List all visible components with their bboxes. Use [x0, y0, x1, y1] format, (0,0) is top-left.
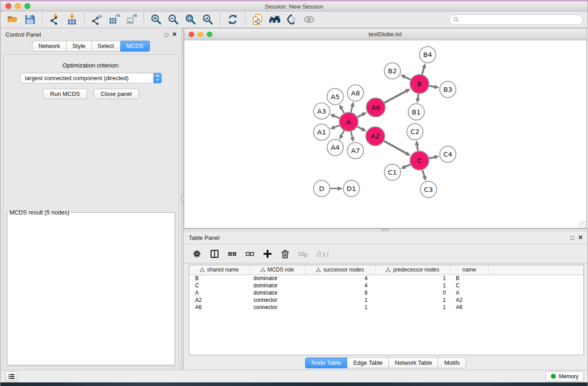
graph-node-A2[interactable]: A2: [366, 127, 385, 146]
tab-network-table[interactable]: Network Table: [389, 357, 438, 368]
tab-select[interactable]: Select: [92, 41, 120, 52]
graph-edge-C-C4[interactable]: [429, 157, 435, 158]
minimize-network-button[interactable]: [198, 32, 203, 37]
graph-node-B1[interactable]: B1: [408, 104, 425, 120]
memory-button[interactable]: Memory: [545, 371, 584, 381]
import-table-from-file-button[interactable]: [63, 13, 81, 27]
float-table-panel-icon[interactable]: □: [571, 235, 574, 241]
show-hide-graphics-details-button[interactable]: [283, 13, 301, 27]
table-row-B[interactable]: Bdominator41B: [189, 275, 583, 282]
graph-edge-A-A4[interactable]: [341, 131, 344, 136]
tab-motifs[interactable]: Motifs: [438, 357, 466, 368]
horizontal-split-divider[interactable]: [184, 229, 588, 231]
column-header-predecessor-nodes[interactable]: predecessor nodes: [375, 265, 450, 275]
zoom-out-button[interactable]: [165, 13, 182, 27]
graph-edge-A-A8[interactable]: [351, 106, 352, 112]
tab-network[interactable]: Network: [32, 41, 67, 52]
graph-node-B4[interactable]: B4: [420, 47, 436, 63]
graph-node-A5[interactable]: A5: [327, 89, 344, 105]
horizontal-divider-handle[interactable]: [382, 229, 388, 231]
graph-edge-B-B2[interactable]: [405, 77, 411, 80]
graph-node-A6[interactable]: A6: [366, 98, 385, 117]
new-network-from-selection-button[interactable]: [249, 13, 266, 27]
graph-node-C2[interactable]: C2: [407, 124, 423, 140]
tab-edge-table[interactable]: Edge Table: [347, 357, 389, 368]
delete-columns-button[interactable]: [280, 249, 290, 259]
export-network-button[interactable]: [88, 13, 105, 27]
graph-node-B3[interactable]: B3: [440, 81, 456, 98]
column-header-shared-name[interactable]: shared name: [189, 265, 249, 275]
run-mcds-button[interactable]: Run MCDS: [43, 89, 87, 99]
network-graph[interactable]: B4B2BB3A8A5A6B1A3AC2A1A2A4A7C4CC1C3DD1: [184, 40, 586, 228]
minimize-window-button[interactable]: [15, 3, 21, 9]
graph-edge-B-B4[interactable]: [422, 68, 424, 75]
close-window-button[interactable]: [5, 3, 11, 9]
column-header-MCDS-role[interactable]: MCDS role: [249, 265, 305, 275]
zoom-selected-region-button[interactable]: [199, 13, 216, 27]
graph-node-A3[interactable]: A3: [314, 103, 330, 119]
graph-node-A8[interactable]: A8: [347, 85, 363, 101]
show-network-overview-button[interactable]: [301, 13, 318, 27]
tab-node-table[interactable]: Node Table: [305, 357, 348, 368]
change-table-mode-button[interactable]: [192, 249, 202, 259]
network-canvas[interactable]: B4B2BB3A8A5A6B1A3AC2A1A2A4A7C4CC1C3DD1: [184, 40, 586, 228]
graph-node-C4[interactable]: C4: [440, 146, 456, 162]
search-box[interactable]: [449, 14, 583, 25]
first-neighbors-of-selected-button[interactable]: [266, 13, 283, 27]
close-table-panel-icon[interactable]: ×: [578, 234, 583, 241]
graph-edge-A6-B[interactable]: [384, 91, 406, 103]
graph-edge-A-A3[interactable]: [334, 116, 339, 118]
apply-preferred-layout-button[interactable]: [224, 13, 241, 27]
window-resize-grip[interactable]: [579, 221, 586, 228]
graph-edge-A-A2[interactable]: [358, 127, 363, 129]
graph-node-A4[interactable]: A4: [327, 139, 344, 156]
tab-mcds[interactable]: MCDS: [120, 41, 150, 52]
close-network-button[interactable]: [189, 32, 194, 37]
graph-node-B2[interactable]: B2: [384, 63, 401, 79]
column-header-successor-nodes[interactable]: successor nodes: [305, 265, 375, 275]
close-panel-button[interactable]: Close panel: [94, 89, 139, 99]
graph-edge-B-B3[interactable]: [429, 86, 435, 87]
graph-node-A1[interactable]: A1: [314, 124, 330, 140]
graph-node-D[interactable]: D: [314, 181, 330, 197]
deselect-all-rows-button[interactable]: [245, 249, 255, 259]
table-row-A2[interactable]: A2connector11A2: [189, 296, 583, 304]
zoom-fit-content-button[interactable]: [182, 13, 199, 27]
graph-node-C[interactable]: C: [410, 151, 429, 170]
graph-edge-A-A1[interactable]: [335, 125, 339, 127]
graph-node-B[interactable]: B: [410, 75, 429, 94]
graph-node-D1[interactable]: D1: [343, 181, 359, 197]
column-header-name[interactable]: name: [450, 265, 488, 275]
show-panels-menu-button[interactable]: [5, 371, 18, 381]
search-input[interactable]: [462, 16, 579, 23]
graph-edge-A-A5[interactable]: [342, 109, 344, 113]
graph-edge-A2-C[interactable]: [384, 141, 406, 153]
zoom-window-button[interactable]: [24, 3, 30, 9]
graph-edge-A-A7[interactable]: [351, 132, 352, 138]
graph-node-C1[interactable]: C1: [384, 164, 401, 181]
import-network-from-file-button[interactable]: [46, 13, 63, 27]
show-column-button[interactable]: [210, 249, 220, 259]
save-session-button[interactable]: [21, 13, 38, 27]
network-window-titlebar[interactable]: testGlobe.txt: [184, 29, 586, 40]
export-table-button[interactable]: [105, 13, 123, 27]
export-image-button[interactable]: [123, 13, 140, 27]
graph-node-C3[interactable]: C3: [421, 181, 437, 198]
create-new-column-button[interactable]: [263, 249, 272, 259]
graph-edge-C-C3[interactable]: [422, 170, 424, 176]
zoom-in-button[interactable]: [148, 13, 165, 27]
graph-edge-A-A6[interactable]: [358, 114, 363, 117]
graph-edge-C-C2[interactable]: [417, 145, 418, 151]
open-session-button[interactable]: [4, 13, 21, 27]
graph-edge-C-C1[interactable]: [405, 165, 410, 167]
graph-node-A[interactable]: A: [339, 112, 358, 131]
table-row-A[interactable]: Adominator80A: [189, 289, 583, 296]
close-panel-icon[interactable]: ×: [172, 31, 177, 38]
table-row-A6[interactable]: A6connector11A6: [189, 304, 583, 311]
table-row-C[interactable]: Cdominator41C: [189, 282, 583, 289]
mcds-result-item[interactable]: A2: [10, 218, 165, 218]
optimization-criterion-select[interactable]: largest connected component (directed): [20, 73, 162, 83]
float-panel-icon[interactable]: □: [165, 32, 168, 38]
tab-style[interactable]: Style: [67, 41, 92, 52]
graph-node-A7[interactable]: A7: [347, 143, 363, 159]
